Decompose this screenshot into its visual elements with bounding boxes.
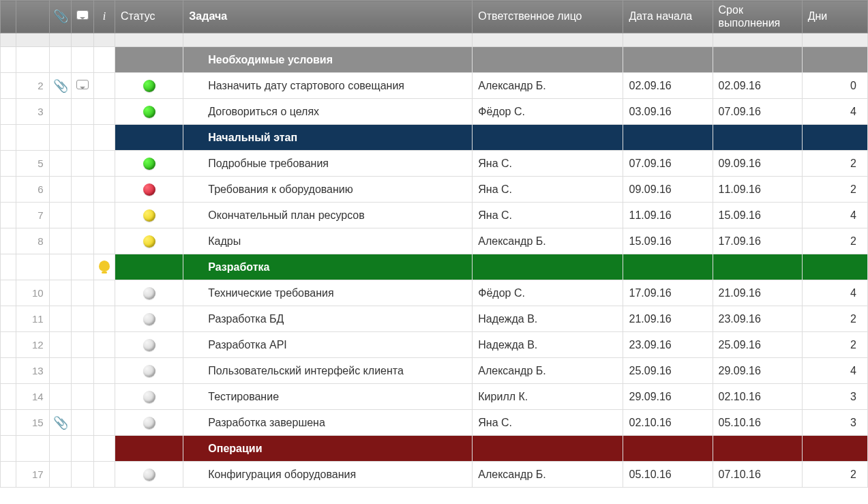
- owner-cell[interactable]: Фёдор С.: [473, 280, 623, 306]
- status-cell[interactable]: [115, 332, 183, 358]
- days-cell[interactable]: 2: [802, 228, 867, 254]
- table-row[interactable]: 8 Кадры Александр Б. 15.09.16 17.09.16 2: [1, 228, 868, 254]
- table-row[interactable]: 17 Конфигурация оборудования Александр Б…: [1, 462, 868, 488]
- task-cell[interactable]: Требования к оборудованию: [183, 177, 473, 203]
- due-cell[interactable]: 21.09.16: [713, 280, 802, 306]
- owner-cell[interactable]: Надежда В.: [473, 306, 623, 332]
- col-start[interactable]: Дата начала: [623, 1, 713, 33]
- due-cell[interactable]: 25.09.16: [713, 332, 802, 358]
- owner-cell[interactable]: Александр Б.: [473, 462, 623, 488]
- reminder-cell[interactable]: [94, 254, 115, 280]
- days-cell[interactable]: 2: [802, 151, 867, 177]
- owner-cell[interactable]: Надежда В.: [473, 332, 623, 358]
- table-row[interactable]: 11 Разработка БД Надежда В. 21.09.16 23.…: [1, 306, 868, 332]
- col-days[interactable]: Дни: [802, 1, 867, 33]
- task-cell[interactable]: Конфигурация оборудования: [183, 462, 473, 488]
- owner-cell[interactable]: Фёдор С.: [473, 99, 623, 125]
- days-cell[interactable]: 2: [802, 332, 867, 358]
- table-row[interactable]: 2 📎 Назначить дату стартового совещания …: [1, 73, 868, 99]
- owner-cell[interactable]: Яна С.: [473, 203, 623, 228]
- due-cell[interactable]: 07.10.16: [713, 462, 802, 488]
- start-cell[interactable]: 23.09.16: [623, 332, 713, 358]
- start-cell[interactable]: 25.09.16: [623, 358, 713, 384]
- owner-cell[interactable]: Яна С.: [473, 151, 623, 177]
- section-row[interactable]: 9 Разработка: [1, 254, 868, 280]
- status-cell[interactable]: [115, 99, 183, 125]
- col-comments[interactable]: [72, 1, 94, 33]
- owner-cell[interactable]: Александр Б.: [473, 73, 623, 99]
- col-expand[interactable]: [1, 1, 16, 33]
- task-cell[interactable]: Договориться о целях: [183, 99, 473, 125]
- task-cell[interactable]: Назначить дату стартового совещания: [183, 73, 473, 99]
- table-row[interactable]: 3 Договориться о целях Фёдор С. 03.09.16…: [1, 99, 868, 125]
- status-cell[interactable]: [115, 410, 183, 436]
- col-rownum[interactable]: [16, 1, 49, 33]
- start-cell[interactable]: 17.09.16: [623, 280, 713, 306]
- table-row[interactable]: 5 Подробные требования Яна С. 07.09.16 0…: [1, 151, 868, 177]
- owner-cell[interactable]: Александр Б.: [473, 358, 623, 384]
- start-cell[interactable]: 02.10.16: [623, 410, 713, 436]
- section-row[interactable]: 1 Необходимые условия: [1, 47, 868, 73]
- task-cell[interactable]: Технические требования: [183, 280, 473, 306]
- task-cell[interactable]: Окончательный план ресурсов: [183, 203, 473, 228]
- table-row[interactable]: 15 📎 Разработка завершена Яна С. 02.10.1…: [1, 410, 868, 436]
- start-cell[interactable]: 03.09.16: [623, 99, 713, 125]
- table-row[interactable]: 7 Окончательный план ресурсов Яна С. 11.…: [1, 203, 868, 228]
- owner-cell[interactable]: Яна С.: [473, 410, 623, 436]
- row-expand[interactable]: [1, 47, 16, 73]
- days-cell[interactable]: 2: [802, 177, 867, 203]
- task-cell[interactable]: Разработка БД: [183, 306, 473, 332]
- days-cell[interactable]: 4: [802, 280, 867, 306]
- section-row[interactable]: 16 Операции: [1, 436, 868, 462]
- status-cell[interactable]: [115, 203, 183, 228]
- task-cell[interactable]: Пользовательский интерфейс клиента: [183, 358, 473, 384]
- start-cell[interactable]: 09.09.16: [623, 177, 713, 203]
- due-cell[interactable]: 17.09.16: [713, 228, 802, 254]
- days-cell[interactable]: 4: [802, 99, 867, 125]
- owner-cell[interactable]: Яна С.: [473, 177, 623, 203]
- table-row[interactable]: 14 Тестирование Кирилл К. 29.09.16 02.10…: [1, 384, 868, 410]
- status-cell[interactable]: [115, 177, 183, 203]
- table-row[interactable]: 10 Технические требования Фёдор С. 17.09…: [1, 280, 868, 306]
- start-cell[interactable]: 15.09.16: [623, 228, 713, 254]
- task-cell[interactable]: Тестирование: [183, 384, 473, 410]
- col-info[interactable]: i: [94, 1, 115, 33]
- days-cell[interactable]: 4: [802, 203, 867, 228]
- attachment-cell[interactable]: 📎: [49, 73, 72, 99]
- days-cell[interactable]: 3: [802, 384, 867, 410]
- comment-cell[interactable]: [72, 73, 94, 99]
- status-cell[interactable]: [115, 306, 183, 332]
- table-row[interactable]: 13 Пользовательский интерфейс клиента Ал…: [1, 358, 868, 384]
- status-cell[interactable]: [115, 228, 183, 254]
- col-due[interactable]: Срок выполнения: [713, 1, 802, 33]
- due-cell[interactable]: 11.09.16: [713, 177, 802, 203]
- task-cell[interactable]: Разработка API: [183, 332, 473, 358]
- start-cell[interactable]: 05.10.16: [623, 462, 713, 488]
- table-row[interactable]: 12 Разработка API Надежда В. 23.09.16 25…: [1, 332, 868, 358]
- status-cell[interactable]: [115, 358, 183, 384]
- owner-cell[interactable]: Александр Б.: [473, 228, 623, 254]
- due-cell[interactable]: 15.09.16: [713, 203, 802, 228]
- days-cell[interactable]: 0: [802, 73, 867, 99]
- status-cell[interactable]: [115, 462, 183, 488]
- status-cell[interactable]: [115, 280, 183, 306]
- status-cell[interactable]: [115, 73, 183, 99]
- start-cell[interactable]: 07.09.16: [623, 151, 713, 177]
- task-cell[interactable]: Разработка завершена: [183, 410, 473, 436]
- col-owner[interactable]: Ответственное лицо: [473, 1, 623, 33]
- attachment-cell[interactable]: 📎: [49, 410, 72, 436]
- section-row[interactable]: 4 Начальный этап: [1, 125, 868, 151]
- start-cell[interactable]: 29.09.16: [623, 384, 713, 410]
- status-cell[interactable]: [115, 384, 183, 410]
- task-cell[interactable]: Подробные требования: [183, 151, 473, 177]
- status-cell[interactable]: [115, 151, 183, 177]
- filter-row[interactable]: [1, 33, 868, 47]
- days-cell[interactable]: 3: [802, 410, 867, 436]
- days-cell[interactable]: 2: [802, 306, 867, 332]
- due-cell[interactable]: 02.09.16: [713, 73, 802, 99]
- owner-cell[interactable]: Кирилл К.: [473, 384, 623, 410]
- start-cell[interactable]: 11.09.16: [623, 203, 713, 228]
- due-cell[interactable]: 09.09.16: [713, 151, 802, 177]
- days-cell[interactable]: 4: [802, 358, 867, 384]
- task-grid[interactable]: 📎 i Статус Задача Ответственное лицо Дат…: [0, 0, 868, 488]
